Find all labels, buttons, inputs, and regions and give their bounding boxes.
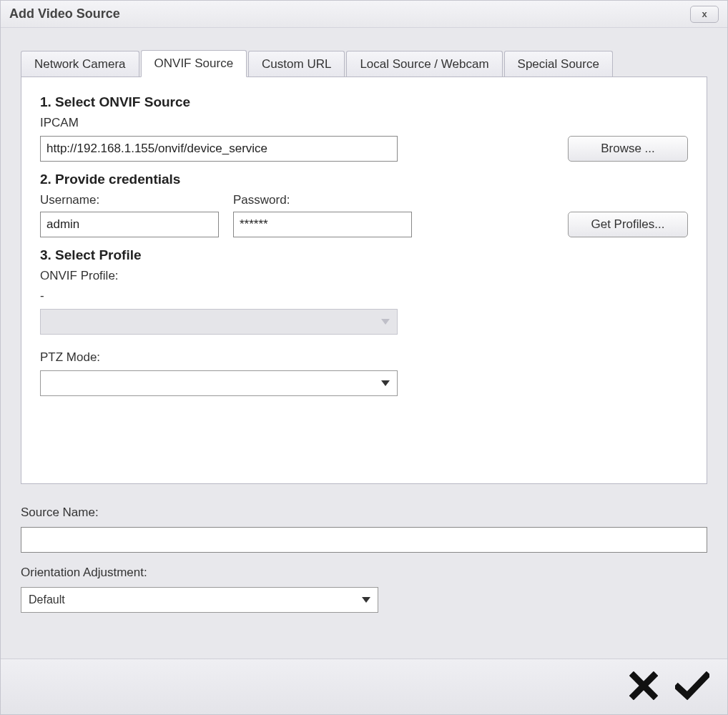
close-button[interactable]: x xyxy=(690,6,719,23)
ptz-mode-dropdown[interactable] xyxy=(40,370,398,396)
window-title: Add Video Source xyxy=(9,6,120,21)
tab-custom-url[interactable]: Custom URL xyxy=(248,51,345,77)
password-input[interactable] xyxy=(233,212,412,237)
chevron-down-icon xyxy=(381,380,390,386)
orientation-dropdown[interactable]: Default xyxy=(21,587,378,613)
tabs-row: Network Camera ONVIF Source Custom URL L… xyxy=(21,49,707,77)
svg-marker-1 xyxy=(381,380,390,386)
get-profiles-button[interactable]: Get Profiles... xyxy=(568,212,688,237)
tab-onvif-source[interactable]: ONVIF Source xyxy=(141,50,247,77)
username-label: Username: xyxy=(40,193,219,207)
password-label: Password: xyxy=(233,193,412,207)
tab-special-source[interactable]: Special Source xyxy=(504,51,613,77)
section1-title: 1. Select ONVIF Source xyxy=(40,94,688,110)
browse-button[interactable]: Browse ... xyxy=(568,136,688,162)
section2-title: 2. Provide credentials xyxy=(40,172,688,187)
orientation-label: Orientation Adjustment: xyxy=(21,566,707,580)
lower-area: Source Name: Orientation Adjustment: Def… xyxy=(21,506,707,613)
tab-local-source-webcam[interactable]: Local Source / Webcam xyxy=(346,51,502,77)
check-icon xyxy=(675,671,709,703)
orientation-value: Default xyxy=(29,593,65,606)
section3-title: 3. Select Profile xyxy=(40,247,688,263)
tab-network-camera[interactable]: Network Camera xyxy=(21,51,139,77)
tab-panel-onvif: 1. Select ONVIF Source IPCAM Browse ... … xyxy=(21,77,707,484)
source-name-input[interactable] xyxy=(21,527,707,553)
cancel-button[interactable] xyxy=(624,668,663,706)
onvif-profile-dropdown[interactable] xyxy=(40,309,398,335)
dialog-window: Add Video Source x Network Camera ONVIF … xyxy=(0,0,728,715)
x-icon xyxy=(629,671,658,703)
ok-button[interactable] xyxy=(673,668,712,706)
dialog-body: Network Camera ONVIF Source Custom URL L… xyxy=(1,28,727,659)
onvif-url-input[interactable] xyxy=(40,136,398,162)
onvif-profile-label: ONVIF Profile: xyxy=(40,269,688,283)
source-name-label: Source Name: xyxy=(21,506,707,520)
chevron-down-icon xyxy=(381,319,390,325)
onvif-profile-value: - xyxy=(40,289,688,303)
svg-marker-2 xyxy=(362,597,370,603)
section1-source-label: IPCAM xyxy=(40,116,688,130)
footer-bar xyxy=(1,659,727,714)
svg-marker-0 xyxy=(381,319,390,325)
close-icon: x xyxy=(702,9,707,19)
username-input[interactable] xyxy=(40,212,219,237)
titlebar: Add Video Source x xyxy=(1,1,727,28)
chevron-down-icon xyxy=(362,597,370,603)
ptz-mode-label: PTZ Mode: xyxy=(40,350,688,365)
